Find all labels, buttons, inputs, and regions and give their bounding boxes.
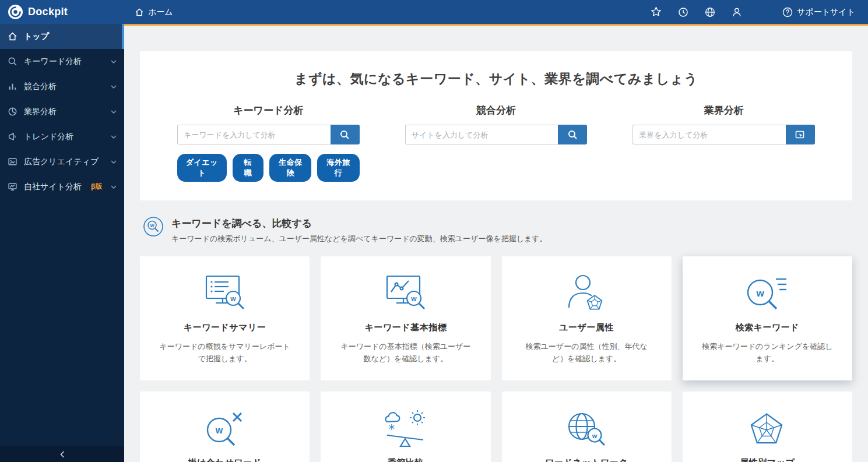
feature-card-seasonal-comparison[interactable]: 季節比較 期間によるユーザーの検索行動の [321,392,490,462]
sidebar-item-label: 業界分析 [24,107,57,117]
site-search-button[interactable] [558,125,587,144]
content-scroll-area[interactable]: まずは、気になるキーワード、サイト、業界を調べてみましょう キーワード分析 [124,26,868,462]
section-text: キーワードを調べる、比較する キーワードの検索ボリューム、ユーザー属性などを調べ… [171,216,547,244]
section-title: キーワードを調べる、比較する [171,216,547,230]
sidebar-item-label: 自社サイト分析 [24,182,82,192]
search-icon [568,130,578,140]
suggested-keyword-tag[interactable]: 生命保険 [269,154,311,182]
suggested-keyword-tag[interactable]: 転 職 [233,154,264,182]
feature-card-word-network[interactable]: w ワードネットワーク 掛け合わせワードをネットワーク [502,392,672,462]
sidebar-item-label: キーワード分析 [24,57,82,67]
keyword-section-header: w キーワードを調べる、比較する キーワードの検索ボリューム、ユーザー属性などを… [143,216,852,244]
site-select-icon [795,130,806,140]
app-window: Dockpit ホーム [0,0,868,462]
industry-search-button[interactable] [786,125,815,144]
sidebar-collapse-button[interactable] [0,446,124,462]
suggested-keyword-tag[interactable]: 海外旅行 [317,154,359,182]
main-area: まずは、気になるキーワード、サイト、業界を調べてみましょう キーワード分析 [124,24,868,462]
card-description: 検索キーワードのランキングを確認します。 [700,340,835,365]
sidebar-item-label: トップ [24,31,49,42]
sidebar-item-label: 広告クリエイティブ [24,157,99,167]
keyword-search-button[interactable] [331,125,360,144]
svg-text:w: w [592,432,598,439]
keyword-summary-icon: w [155,273,294,315]
section-subtitle: キーワードの検索ボリューム、ユーザー属性などを調べてキーワードの変動、検索ユーザ… [171,234,547,244]
sidebar-item-industry-analysis[interactable]: 業界分析 [0,99,124,124]
seasonal-comparison-icon [336,408,475,450]
chevron-down-icon [111,185,117,189]
brand[interactable]: Dockpit [0,4,124,20]
column-heading: 業界分析 [632,104,815,117]
industry-analysis-column: 業界分析 [632,104,815,182]
column-heading: キーワード分析 [177,104,360,117]
sidebar: トップ キーワード分析 [0,24,124,462]
svg-text:w: w [230,295,236,303]
search-icon [340,130,350,140]
help-question-icon [782,7,793,17]
sidebar-item-keyword-analysis[interactable]: キーワード分析 [0,49,124,74]
account-person-icon[interactable] [731,6,742,17]
ad-creative-icon [8,157,17,167]
nav-home-label: ホーム [148,7,173,17]
feature-card-grid: w キーワードサマリー キーワードの概観をサマリーレポートで把握します。 [140,256,852,462]
trend-analysis-icon [8,132,17,142]
support-site-label: サポートサイト [797,7,855,17]
language-globe-icon[interactable] [704,6,715,17]
card-title: ユーザー属性 [517,322,656,333]
search-keywords-icon: w [698,273,837,315]
home-icon [8,31,17,41]
word-network-icon: w [517,408,656,450]
feature-card-keyword-summary[interactable]: w キーワードサマリー キーワードの概観をサマリーレポートで把握します。 [140,256,310,380]
keyword-search-input[interactable] [177,125,331,144]
hero-search-panel: まずは、気になるキーワード、サイト、業界を調べてみましょう キーワード分析 [140,51,852,200]
card-title: 掛け合わせワード [155,457,294,462]
svg-text:w: w [215,425,223,435]
keyword-search-circle-icon: w [143,216,164,237]
svg-text:w: w [410,295,417,303]
support-site-link[interactable]: サポートサイト [782,7,855,17]
top-bar-actions: サポートサイト [651,6,868,17]
chevron-left-icon [60,451,65,458]
feature-card-search-keywords[interactable]: w 検索キーワード 検索キーワードのランキングを確認します。 [683,256,852,380]
competitor-analysis-column: 競合分析 [405,104,588,182]
site-search-input[interactable] [405,125,558,144]
card-title: 検索キーワード [698,322,837,333]
history-clock-icon[interactable] [677,6,688,17]
sidebar-item-trend-analysis[interactable]: トレンド分析 [0,124,124,149]
sidebar-item-own-site-analysis[interactable]: 自社サイト分析 β版 [0,174,124,199]
keyword-basic-metrics-icon: w [336,273,475,315]
sidebar-item-competitor-analysis[interactable]: 競合分析 [0,74,124,99]
favorites-star-icon[interactable] [651,6,662,17]
card-title: キーワード基本指標 [336,322,475,333]
chevron-down-icon [111,60,117,64]
attribute-map-icon [698,408,837,450]
chevron-down-icon [111,85,117,89]
card-description: 検索ユーザーの属性（性別、年代など）を確認します。 [519,340,654,365]
feature-card-keyword-basic-metrics[interactable]: w キーワード基本指標 キーワードの基本指標（検索ユーザー数など）を確認します。 [321,256,490,380]
hero-title: まずは、気になるキーワード、サイト、業界を調べてみましょう [177,70,815,88]
home-icon [135,8,144,17]
industry-analysis-icon [8,107,17,117]
card-title: 属性別マップ [698,457,837,462]
svg-text:w: w [150,223,154,228]
suggested-keyword-tag[interactable]: ダイエット [177,154,227,182]
nav-home[interactable]: ホーム [135,7,173,17]
industry-search-input[interactable] [632,125,786,144]
feature-card-combined-words[interactable]: w 掛け合わせワード 掛け合わせワードのランキングを [140,392,310,462]
sidebar-item-ad-creative[interactable]: 広告クリエイティブ [0,149,124,174]
keyword-analysis-column: キーワード分析 [177,104,360,182]
dockpit-logo-icon [8,4,23,20]
own-site-analysis-icon [8,182,17,192]
column-heading: 競合分析 [405,104,588,117]
brand-title: Dockpit [28,6,68,18]
feature-card-user-attributes[interactable]: ユーザー属性 検索ユーザーの属性（性別、年代など）を確認します。 [502,256,672,380]
hero-columns: キーワード分析 [177,104,815,182]
sidebar-item-top[interactable]: トップ [0,24,124,49]
feature-card-attribute-map[interactable]: 属性別マップ ユーザー属性を軸にワードをマッ [683,392,852,462]
user-attributes-icon [517,273,656,315]
chevron-down-icon [111,135,117,139]
sidebar-item-label: トレンド分析 [24,132,73,142]
card-description: キーワードの概観をサマリーレポートで把握します。 [157,340,293,365]
card-title: 季節比較 [336,457,475,462]
sidebar-item-label: 競合分析 [24,82,57,92]
